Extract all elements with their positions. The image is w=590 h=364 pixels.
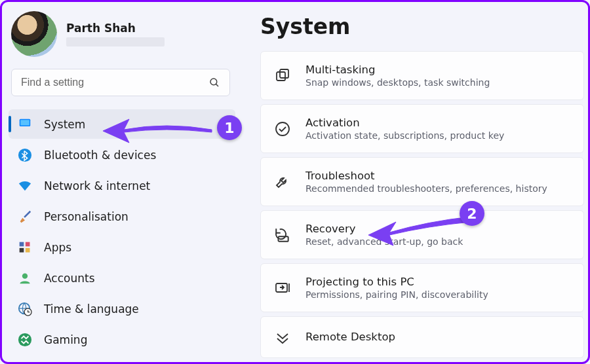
sidebar-item-label: Time & language xyxy=(44,302,139,316)
svg-point-12 xyxy=(18,333,31,346)
search-box[interactable] xyxy=(11,69,230,96)
card-remote-desktop[interactable]: Remote Desktop xyxy=(260,316,584,358)
sidebar-item-label: System xyxy=(44,118,85,131)
globe-clock-icon xyxy=(18,302,32,316)
card-title: Troubleshoot xyxy=(305,170,547,182)
svg-point-15 xyxy=(276,122,289,136)
wifi-icon xyxy=(18,179,32,193)
bluetooth-icon xyxy=(18,148,32,162)
sidebar-item-label: Accounts xyxy=(44,272,95,285)
card-title: Remote Desktop xyxy=(305,331,395,343)
search-icon xyxy=(208,77,220,88)
sidebar-item-label: Bluetooth & devices xyxy=(44,149,156,162)
card-troubleshoot[interactable]: Troubleshoot Recommended troubleshooters… xyxy=(260,157,584,206)
apps-icon xyxy=(18,240,32,255)
sidebar: Parth Shah System xyxy=(2,2,238,362)
profile-block[interactable]: Parth Shah xyxy=(6,9,235,69)
card-subtitle: Snap windows, desktops, task switching xyxy=(305,77,490,88)
profile-email-placeholder xyxy=(66,37,165,46)
svg-rect-6 xyxy=(26,242,30,246)
sidebar-item-label: Apps xyxy=(44,241,71,254)
sidebar-item-bluetooth[interactable]: Bluetooth & devices xyxy=(9,140,235,170)
card-recovery[interactable]: Recovery Reset, advanced start-up, go ba… xyxy=(260,210,584,259)
gaming-icon xyxy=(18,333,32,347)
sidebar-item-label: Personalisation xyxy=(44,210,128,223)
settings-card-list: Multi-tasking Snap windows, desktops, ta… xyxy=(260,51,584,358)
profile-name: Parth Shah xyxy=(66,22,165,35)
search-input[interactable] xyxy=(21,77,190,88)
card-title: Recovery xyxy=(305,223,463,235)
card-title: Multi-tasking xyxy=(305,64,490,76)
sidebar-item-system[interactable]: System xyxy=(9,109,235,139)
page-title: System xyxy=(260,14,584,39)
recovery-icon xyxy=(274,227,291,244)
remote-desktop-icon xyxy=(274,329,291,346)
system-icon xyxy=(18,117,32,132)
multitasking-icon xyxy=(274,67,291,84)
person-icon xyxy=(18,271,32,285)
svg-line-1 xyxy=(216,84,218,86)
svg-rect-14 xyxy=(280,69,288,78)
settings-window: Parth Shah System xyxy=(2,2,588,362)
svg-rect-8 xyxy=(26,247,30,252)
sidebar-item-network[interactable]: Network & internet xyxy=(9,171,235,200)
paintbrush-icon xyxy=(18,209,32,224)
sidebar-item-time-language[interactable]: Time & language xyxy=(9,294,235,323)
card-title: Activation xyxy=(305,117,504,129)
card-subtitle: Recommended troubleshooters, preferences… xyxy=(305,183,547,194)
card-subtitle: Activation state, subscriptions, product… xyxy=(305,130,504,141)
card-activation[interactable]: Activation Activation state, subscriptio… xyxy=(260,104,584,153)
sidebar-nav: System Bluetooth & devices Network & int… xyxy=(6,109,235,354)
sidebar-item-personalisation[interactable]: Personalisation xyxy=(9,202,235,231)
svg-rect-5 xyxy=(20,242,24,246)
svg-rect-13 xyxy=(277,72,285,81)
avatar xyxy=(11,11,57,57)
sidebar-item-gaming[interactable]: Gaming xyxy=(9,325,235,354)
card-multitasking[interactable]: Multi-tasking Snap windows, desktops, ta… xyxy=(260,51,584,100)
svg-point-0 xyxy=(210,79,217,85)
card-subtitle: Permissions, pairing PIN, discoverabilit… xyxy=(305,289,488,300)
sidebar-item-accounts[interactable]: Accounts xyxy=(9,263,235,293)
card-subtitle: Reset, advanced start-up, go back xyxy=(305,236,463,247)
sidebar-item-label: Gaming xyxy=(44,333,87,346)
svg-point-9 xyxy=(22,273,28,278)
project-icon xyxy=(274,280,291,297)
profile-text: Parth Shah xyxy=(66,22,165,46)
card-projecting[interactable]: Projecting to this PC Permissions, pairi… xyxy=(260,263,584,312)
svg-rect-7 xyxy=(20,247,24,252)
svg-rect-3 xyxy=(20,120,30,125)
card-title: Projecting to this PC xyxy=(305,276,488,288)
main-panel: System Multi-tasking Snap windows, deskt… xyxy=(238,2,588,362)
check-circle-icon xyxy=(274,120,291,137)
sidebar-item-apps[interactable]: Apps xyxy=(9,232,235,262)
sidebar-item-label: Network & internet xyxy=(44,179,150,192)
wrench-icon xyxy=(274,173,291,191)
